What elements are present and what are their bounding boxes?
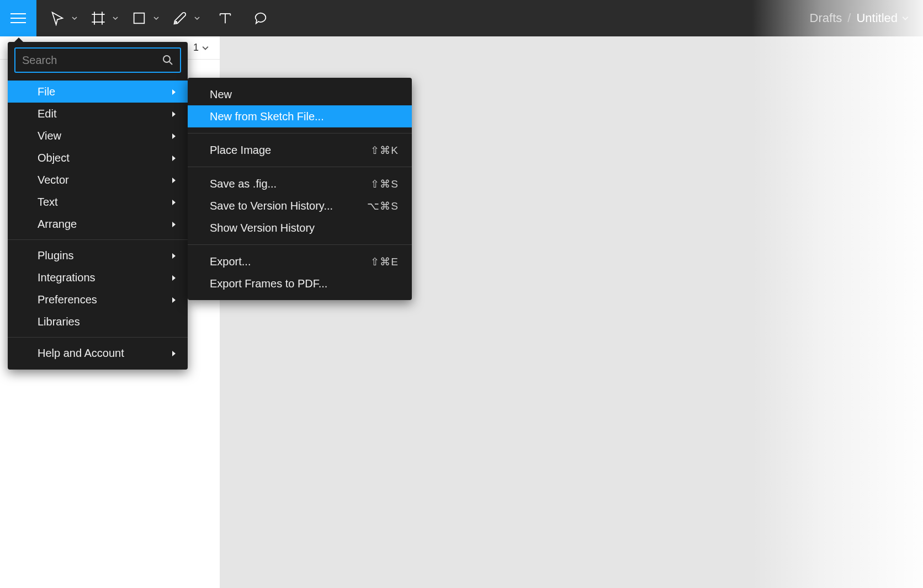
toolbar: Drafts / Untitled <box>0 0 923 36</box>
submenu-indicator <box>171 85 177 98</box>
menu-item-label: Object <box>38 152 70 164</box>
submenu-shortcut: ⇧⌘S <box>370 178 399 190</box>
menu-item-arrange[interactable]: Arrange <box>8 213 188 235</box>
menu-item-label: View <box>38 130 61 142</box>
chevron-down-icon <box>202 45 209 51</box>
chevron-down-icon <box>902 15 909 22</box>
pen-tool-chevron[interactable] <box>193 0 208 36</box>
submenu-item-export-frames-to-pdf[interactable]: Export Frames to PDF... <box>188 272 412 295</box>
menu-item-label: Vector <box>38 174 69 186</box>
menu-item-file[interactable]: File <box>8 81 188 103</box>
chevron-down-icon <box>113 15 118 21</box>
submenu-arrow-icon <box>171 297 177 303</box>
menu-item-plugins[interactable]: Plugins <box>8 244 188 266</box>
menu-item-label: Integrations <box>38 271 96 284</box>
submenu-indicator <box>171 218 177 231</box>
menu-item-object[interactable]: Object <box>8 147 188 169</box>
submenu-item-label: Show Version History <box>210 222 315 234</box>
submenu-item-label: New <box>210 88 232 101</box>
text-tool[interactable] <box>208 0 243 36</box>
pen-icon <box>172 10 188 26</box>
menu-separator <box>8 239 188 240</box>
menu-item-view[interactable]: View <box>8 125 188 147</box>
submenu-separator <box>188 133 412 133</box>
submenu-shortcut: ⇧⌘K <box>370 144 399 157</box>
menu-item-edit[interactable]: Edit <box>8 103 188 125</box>
breadcrumb-separator: / <box>847 11 851 25</box>
move-tool[interactable] <box>44 0 71 36</box>
menu-search-input[interactable] <box>22 54 162 67</box>
submenu-arrow-icon <box>171 177 177 184</box>
menu-separator <box>8 337 188 338</box>
submenu-arrow-icon <box>171 350 177 357</box>
submenu-arrow-icon <box>171 89 177 95</box>
location-breadcrumb[interactable]: Drafts <box>810 11 842 25</box>
submenu-indicator <box>171 347 177 360</box>
svg-point-5 <box>176 22 177 23</box>
shape-tool[interactable] <box>126 0 152 36</box>
search-icon <box>162 55 173 66</box>
submenu-indicator <box>171 174 177 186</box>
submenu-indicator <box>171 130 177 142</box>
hamburger-icon <box>10 13 26 23</box>
submenu-arrow-icon <box>171 111 177 117</box>
menu-item-help-and-account[interactable]: Help and Account <box>8 342 188 364</box>
chevron-down-icon <box>72 15 77 21</box>
layers-panel-visible-text: 1 <box>193 42 199 54</box>
submenu-arrow-icon <box>171 221 177 228</box>
submenu-arrow-icon <box>171 253 177 259</box>
menu-item-label: Help and Account <box>38 347 124 360</box>
submenu-item-save-to-version-history[interactable]: Save to Version History...⌥⌘S <box>188 195 412 217</box>
submenu-separator <box>188 167 412 167</box>
menu-item-vector[interactable]: Vector <box>8 169 188 191</box>
menu-item-label: Plugins <box>38 249 74 262</box>
menu-item-libraries[interactable]: Libraries <box>8 311 188 333</box>
frame-icon <box>91 10 106 26</box>
submenu-item-show-version-history[interactable]: Show Version History <box>188 217 412 239</box>
menu-item-label: Text <box>38 196 58 209</box>
submenu-separator <box>188 244 412 245</box>
submenu-arrow-icon <box>171 133 177 140</box>
submenu-item-place-image[interactable]: Place Image⇧⌘K <box>188 139 412 161</box>
submenu-indicator <box>171 249 177 262</box>
menu-search-box[interactable] <box>14 47 181 73</box>
main-menu-dropdown: FileEditViewObjectVectorTextArrangePlugi… <box>8 42 188 370</box>
frame-tool[interactable] <box>85 0 112 36</box>
menu-item-preferences[interactable]: Preferences <box>8 288 188 311</box>
submenu-indicator <box>171 152 177 164</box>
comment-tool[interactable] <box>243 0 278 36</box>
filename-dropdown[interactable]: Untitled <box>856 11 909 25</box>
menu-item-text[interactable]: Text <box>8 191 188 213</box>
submenu-indicator <box>171 271 177 284</box>
submenu-indicator <box>171 108 177 120</box>
move-tool-chevron[interactable] <box>71 0 85 36</box>
submenu-item-new[interactable]: New <box>188 83 412 105</box>
submenu-item-export[interactable]: Export...⇧⌘E <box>188 250 412 272</box>
submenu-item-label: Save as .fig... <box>210 178 277 190</box>
svg-rect-4 <box>134 13 145 24</box>
menu-item-label: Preferences <box>38 293 97 306</box>
submenu-indicator <box>171 293 177 306</box>
submenu-item-label: New from Sketch File... <box>210 110 324 123</box>
filename-label: Untitled <box>856 11 898 25</box>
svg-line-11 <box>169 62 172 65</box>
main-menu-button[interactable] <box>0 0 36 36</box>
submenu-item-label: Export Frames to PDF... <box>210 277 327 290</box>
toolbar-tools <box>36 0 278 36</box>
submenu-shortcut: ⌥⌘S <box>367 200 399 212</box>
chevron-down-icon <box>153 15 159 21</box>
submenu-item-save-as-fig[interactable]: Save as .fig...⇧⌘S <box>188 173 412 195</box>
menu-item-integrations[interactable]: Integrations <box>8 266 188 288</box>
comment-icon <box>253 10 268 26</box>
shape-tool-chevron[interactable] <box>152 0 167 36</box>
pen-tool[interactable] <box>167 0 193 36</box>
submenu-arrow-icon <box>171 155 177 162</box>
menu-item-label: File <box>38 85 55 98</box>
frame-tool-chevron[interactable] <box>112 0 126 36</box>
submenu-item-new-from-sketch-file[interactable]: New from Sketch File... <box>188 105 412 127</box>
cursor-icon <box>50 10 65 26</box>
svg-point-10 <box>163 56 170 62</box>
text-icon <box>218 10 233 26</box>
menu-search-wrap <box>8 42 188 81</box>
submenu-item-label: Save to Version History... <box>210 200 333 212</box>
